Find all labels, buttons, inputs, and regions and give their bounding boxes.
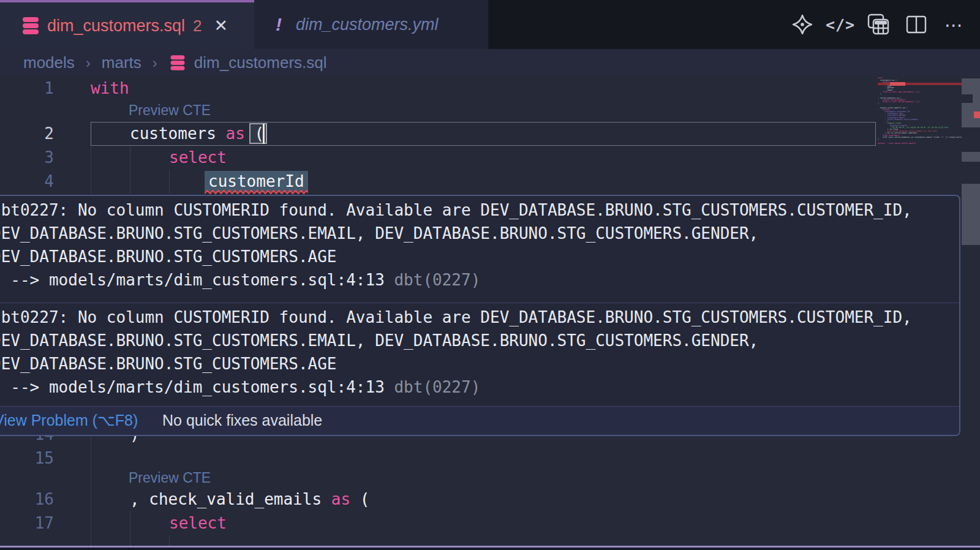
text-cursor: [263, 124, 265, 144]
tooltip-error-line: DEV_DATABASE.BRUNO.STG_CUSTOMERS.AGE: [0, 352, 959, 375]
chevron-right-icon: ›: [86, 55, 91, 72]
line-number: 1: [0, 77, 54, 100]
code-token: with: [91, 79, 129, 97]
scrollbar-error-mark: [974, 111, 980, 118]
line-number: 17: [0, 511, 54, 535]
database-icon: [20, 17, 41, 35]
minimap-error-token: [890, 82, 905, 86]
code-line[interactable]: 4customerId: [0, 170, 877, 194]
scrollbar-thumb[interactable]: [962, 152, 980, 162]
code-token: , check_valid_emails: [130, 490, 331, 508]
editor-actions: </> ⋯: [790, 0, 967, 49]
tab-dim-customers-yml[interactable]: ! dim_customers.yml: [254, 0, 488, 49]
breadcrumb-marts[interactable]: marts: [102, 53, 141, 72]
tooltip-error-line: --> models/marts/dim_customers.sql:4:13 …: [0, 268, 959, 292]
tooltip-error-line: dbt0227: No column CUSTOMERID found. Ava…: [0, 306, 959, 329]
no-quick-fixes-label: No quick fixes available: [162, 407, 322, 434]
minimap-line: left join valid_domains on customers.ema…: [878, 137, 962, 138]
chevron-right-icon: ›: [153, 55, 157, 72]
error-text: DEV_DATABASE.BRUNO.STG_CUSTOMERS.EMAIL, …: [0, 331, 758, 350]
tab-badge: 2: [193, 17, 202, 36]
tab-label: dim_customers.yml: [296, 15, 439, 34]
dbt-power-user-icon[interactable]: [790, 12, 815, 37]
code-token: as: [226, 124, 245, 143]
line-number: 4: [0, 170, 54, 194]
code-line[interactable]: 2customers as (: [0, 122, 877, 146]
codelens-preview-cte[interactable]: Preview CTE: [129, 100, 211, 121]
error-text: --> models/marts/dim_customers.sql:4:13: [0, 378, 394, 396]
code-text: select: [169, 511, 227, 535]
error-token[interactable]: customerId: [205, 171, 308, 192]
warning-icon: !: [276, 14, 282, 35]
problem-hover-tooltip: dbt0227: No column CUSTOMERID found. Ava…: [0, 195, 960, 436]
code-line[interactable]: 1with: [0, 77, 877, 100]
error-text: DEV_DATABASE.BRUNO.STG_CUSTOMERS.EMAIL, …: [0, 224, 758, 243]
query-results-icon[interactable]: [866, 12, 891, 37]
code-line[interactable]: 17select: [0, 511, 877, 535]
indent-guide: [169, 535, 170, 546]
minimap-line: select * from check_valid_emails: [878, 142, 962, 144]
line-number: 2: [0, 122, 54, 146]
tab-label: dim_customers.sql: [47, 17, 185, 36]
scrollbar-thumb[interactable]: [962, 78, 980, 127]
line-number: 3: [0, 146, 54, 170]
scrollbar-thumb[interactable]: [962, 184, 980, 245]
code-text: with: [91, 77, 129, 100]
line-number: 15: [0, 446, 54, 470]
line-number: 16: [0, 488, 54, 511]
code-text: select: [169, 146, 227, 170]
breadcrumb-file[interactable]: dim_customers.sql: [194, 53, 327, 72]
tooltip-error-line: DEV_DATABASE.BRUNO.STG_CUSTOMERS.EMAIL, …: [0, 329, 959, 352]
code-token: select: [169, 514, 227, 532]
database-icon: [168, 55, 187, 71]
code-text: customers as (: [130, 122, 264, 146]
codelens-preview-cte[interactable]: Preview CTE: [129, 467, 211, 488]
tooltip-error-line: DEV_DATABASE.BRUNO.STG_CUSTOMERS.AGE: [0, 245, 959, 268]
error-text: DEV_DATABASE.BRUNO.STG_CUSTOMERS.AGE: [0, 247, 337, 266]
compiled-code-icon[interactable]: </>: [828, 12, 853, 37]
split-editor-icon[interactable]: [904, 12, 929, 37]
code-token: customers: [130, 124, 226, 143]
minimap[interactable]: with customers as ( select customerId , …: [878, 77, 962, 146]
window-bottom-edge: [0, 548, 980, 550]
tooltip-error-block: dbt0227: No column CUSTOMERID found. Ava…: [0, 303, 959, 409]
scrollbar-thumb: [962, 94, 973, 103]
tooltip-footer: View Problem (⌥F8) No quick fixes availa…: [0, 406, 959, 435]
error-code-label: dbt(0227): [394, 378, 480, 396]
breadcrumb: models › marts › dim_customers.sql: [0, 49, 980, 77]
tooltip-error-line: dbt0227: No column CUSTOMERID found. Ava…: [0, 198, 959, 222]
code-token: select: [169, 148, 227, 167]
code-line[interactable]: 3select: [0, 146, 877, 170]
breadcrumb-models[interactable]: models: [23, 53, 75, 72]
code-token: (: [350, 490, 369, 508]
tooltip-error-line: DEV_DATABASE.BRUNO.STG_CUSTOMERS.EMAIL, …: [0, 222, 959, 245]
code-text: , check_valid_emails as (: [130, 488, 369, 511]
error-text: --> models/marts/dim_customers.sql:4:13: [0, 271, 394, 289]
error-text: dbt0227: No column CUSTOMERID found. Ava…: [0, 308, 912, 326]
code-line[interactable]: 16, check_valid_emails as (: [0, 488, 877, 511]
close-icon[interactable]: ✕: [214, 16, 228, 36]
error-squiggle-icon: [205, 190, 308, 195]
error-text: dbt0227: No column CUSTOMERID found. Ava…: [0, 201, 912, 219]
error-text: DEV_DATABASE.BRUNO.STG_CUSTOMERS.AGE: [0, 355, 337, 373]
tooltip-error-line: --> models/marts/dim_customers.sql:4:13 …: [0, 375, 959, 399]
more-actions-icon[interactable]: ⋯: [942, 12, 967, 37]
tab-dim-customers-sql[interactable]: dim_customers.sql 2 ✕: [0, 0, 254, 49]
view-problem-link[interactable]: View Problem (⌥F8): [0, 407, 138, 434]
error-code-label: dbt(0227): [394, 271, 480, 289]
code-token: as: [331, 490, 350, 508]
tooltip-error-block: dbt0227: No column CUSTOMERID found. Ava…: [0, 196, 959, 303]
